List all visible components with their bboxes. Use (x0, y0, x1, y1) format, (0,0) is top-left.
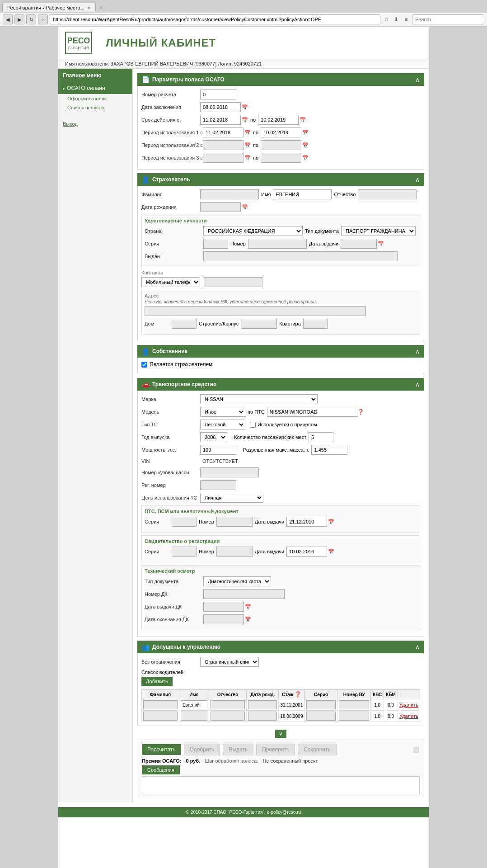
vehicle-header[interactable]: 🚗 Транспортное средство ∧ (137, 378, 424, 391)
usage-1-to-input[interactable] (261, 127, 301, 137)
pts-number-input[interactable] (216, 517, 253, 527)
insurer-header[interactable]: 👤 Страхователь ∧ (137, 173, 424, 186)
phone-input[interactable] (204, 277, 262, 287)
vehicle-collapse-icon[interactable]: ∧ (415, 381, 420, 388)
reg-series-input[interactable] (172, 547, 197, 557)
issue-date-icon[interactable]: 📅 (378, 241, 384, 247)
driver1-last-name[interactable] (143, 700, 178, 709)
usage-3-from-icon[interactable]: 📅 (244, 155, 251, 161)
new-tab-button[interactable]: + (96, 2, 107, 13)
dk-number-input[interactable] (203, 589, 285, 599)
driver2-delete-link[interactable]: Удалить (399, 713, 418, 719)
issued-by-input[interactable] (203, 251, 398, 261)
validity-to-calendar-icon[interactable]: 📅 (300, 117, 306, 123)
calculate-button[interactable]: Рассчитать (142, 744, 181, 755)
driver1-series[interactable] (306, 700, 336, 709)
usage-1-to-icon[interactable]: 📅 (302, 130, 309, 136)
home-button[interactable]: ⌂ (38, 14, 48, 24)
settings-icon[interactable]: ≡ (402, 15, 410, 24)
series-input[interactable] (203, 239, 228, 249)
reg-number-doc-input[interactable] (216, 547, 253, 557)
tech-doc-type-select[interactable]: Диагностическая карта (203, 576, 271, 586)
forward-button[interactable]: ▶ (14, 14, 24, 24)
conclusion-date-input[interactable] (200, 102, 241, 112)
driver1-first-name[interactable] (181, 700, 207, 709)
account-number-input[interactable] (200, 90, 236, 99)
last-name-input[interactable] (200, 189, 259, 199)
phone-type-select[interactable]: Мобильный телефон (141, 277, 200, 287)
driver1-patronymic[interactable] (211, 700, 245, 709)
model-select[interactable]: Иное (200, 407, 245, 417)
drivers-collapse-icon[interactable]: ∧ (415, 643, 420, 651)
experience-help-icon[interactable]: ❓ (295, 691, 301, 698)
type-select[interactable]: Легковой (200, 420, 245, 429)
model-pts-input[interactable] (267, 407, 357, 417)
download-icon[interactable]: ⬇ (392, 15, 400, 24)
brand-select[interactable]: NISSAN (200, 394, 318, 404)
dk-end-date-icon[interactable]: 📅 (245, 617, 251, 623)
driver1-license[interactable] (339, 700, 369, 709)
max-mass-input[interactable] (311, 445, 347, 455)
dk-end-date-input[interactable] (203, 614, 244, 624)
dk-issue-date-input[interactable] (203, 602, 244, 612)
country-select[interactable]: РОССИЙСКАЯ ФЕДЕРАЦИЯ (203, 226, 303, 236)
patronymic-input[interactable] (358, 189, 417, 199)
drivers-header[interactable]: 👥 Допущены к управлению ∧ (137, 641, 424, 653)
usage-3-to-icon[interactable]: 📅 (302, 155, 309, 161)
policy-params-collapse-icon[interactable]: ∧ (415, 76, 420, 83)
restriction-select[interactable]: Ограниченный список (200, 657, 259, 667)
reg-issue-date-input[interactable] (286, 547, 327, 557)
usage-3-to-input[interactable] (261, 153, 301, 163)
expand-button[interactable]: ∨ (275, 730, 286, 738)
sidebar-link-policy-list[interactable]: Список полисов (58, 103, 132, 112)
search-input[interactable] (412, 14, 484, 24)
driver2-patronymic[interactable] (211, 712, 245, 721)
driver2-license[interactable] (339, 712, 369, 721)
sidebar-item-osago[interactable]: ▸ ОСАГО онлайн (58, 82, 132, 94)
add-driver-button[interactable]: Добавить (141, 677, 173, 686)
power-input[interactable] (200, 445, 236, 455)
driver2-last-name[interactable] (143, 712, 178, 721)
owner-header[interactable]: 👤 Собственник ∧ (137, 345, 424, 358)
usage-2-from-input[interactable] (203, 140, 244, 150)
house-input[interactable] (172, 319, 197, 329)
birth-date-icon[interactable]: 📅 (242, 204, 248, 210)
driver2-series[interactable] (306, 712, 336, 721)
is-insurer-checkbox[interactable] (141, 362, 147, 368)
chassis-input[interactable] (200, 467, 259, 477)
bookmark-icon[interactable]: ☆ (382, 15, 390, 24)
first-name-input[interactable] (273, 189, 332, 199)
dk-issue-date-icon[interactable]: 📅 (245, 604, 251, 610)
back-button[interactable]: ◀ (3, 14, 13, 24)
sidebar-logout-link[interactable]: Выход (58, 118, 132, 129)
usage-1-from-icon[interactable]: 📅 (244, 130, 251, 136)
tab-close-icon[interactable]: ✕ (87, 5, 91, 10)
pts-issue-date-input[interactable] (286, 517, 327, 527)
pts-date-icon[interactable]: 📅 (328, 519, 334, 525)
reg-date-icon[interactable]: 📅 (328, 549, 334, 555)
trailer-checkbox[interactable] (250, 422, 256, 428)
driver1-birth-date[interactable] (248, 700, 277, 709)
number-input[interactable] (248, 239, 307, 249)
passengers-input[interactable] (309, 432, 333, 442)
owner-collapse-icon[interactable]: ∧ (415, 348, 420, 355)
birth-date-input[interactable] (200, 202, 241, 212)
conclusion-date-calendar-icon[interactable]: 📅 (242, 104, 248, 110)
sidebar-link-create-policy[interactable]: Оформить полис (58, 94, 132, 103)
usage-goal-select[interactable]: Личная (200, 493, 263, 503)
year-select[interactable]: 2006 (200, 432, 227, 442)
usage-3-from-input[interactable] (203, 153, 244, 163)
address-bar[interactable] (50, 14, 380, 24)
driver2-birth-date[interactable] (248, 712, 277, 721)
model-help-icon[interactable]: ❓ (357, 409, 364, 415)
usage-2-to-icon[interactable]: 📅 (302, 142, 309, 148)
messages-button[interactable]: Сообщения (142, 765, 180, 774)
building-input[interactable] (241, 319, 277, 329)
validity-from-calendar-icon[interactable]: 📅 (242, 117, 248, 123)
doc-type-select[interactable]: ПАСПОРТ ГРАЖДАНИНА РФ (341, 226, 416, 236)
active-tab[interactable]: Ресо-Гарантия - Рабочее место... ✕ (2, 3, 96, 12)
address-full-input[interactable] (145, 306, 366, 316)
insurer-collapse-icon[interactable]: ∧ (415, 176, 420, 183)
policy-params-header[interactable]: 📄 Параметры полиса ОСАГО ∧ (137, 73, 424, 86)
apartment-input[interactable] (303, 319, 328, 329)
